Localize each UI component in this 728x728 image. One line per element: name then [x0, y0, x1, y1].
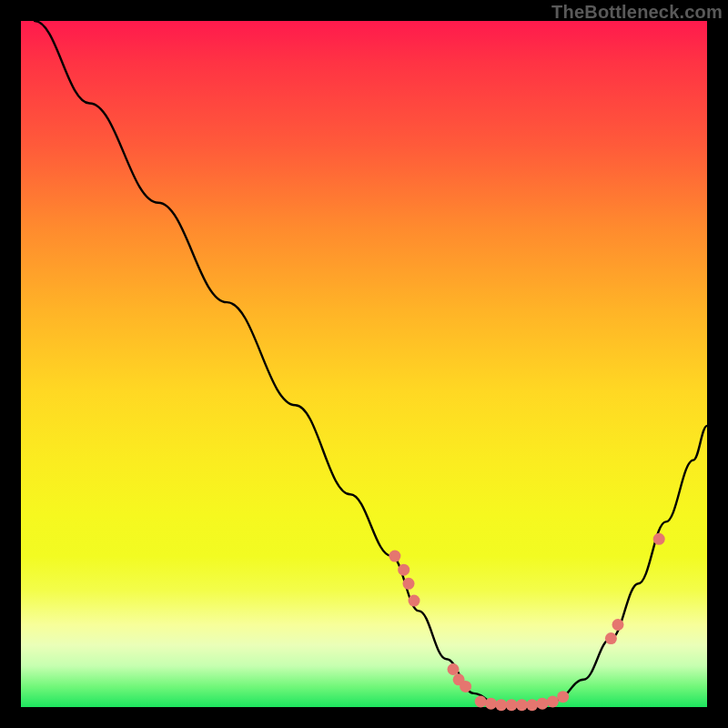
- curve-marker: [409, 595, 420, 607]
- curve-marker: [612, 619, 624, 631]
- curve-marker: [557, 691, 569, 703]
- bottleneck-curve: [35, 21, 707, 707]
- chart-frame: [21, 21, 707, 707]
- curve-marker: [389, 551, 400, 562]
- curve-marker: [448, 663, 460, 675]
- curve-marker: [475, 696, 487, 708]
- curve-marker: [460, 681, 471, 693]
- curve-marker: [516, 699, 528, 711]
- curve-marker: [653, 533, 665, 545]
- curve-marker: [537, 698, 549, 710]
- curve-marker: [398, 564, 410, 576]
- curve-marker: [605, 632, 617, 644]
- curve-marker: [495, 699, 507, 711]
- curve-marker: [403, 578, 415, 590]
- curve-marker: [506, 699, 518, 711]
- watermark-text: TheBottleneck.com: [551, 2, 723, 23]
- curve-markers: [389, 533, 664, 711]
- curve-marker: [526, 699, 538, 711]
- chart-overlay: [21, 21, 707, 707]
- curve-marker: [485, 698, 497, 710]
- curve-marker: [547, 696, 559, 708]
